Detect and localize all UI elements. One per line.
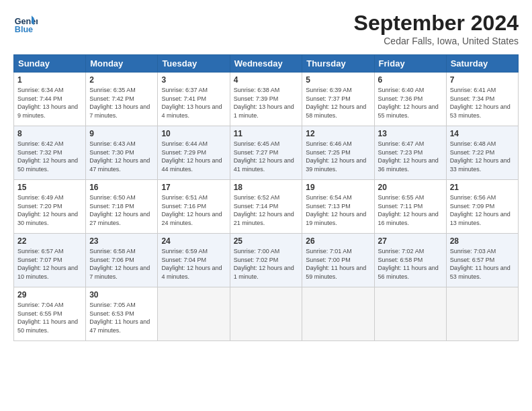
calendar-day: 18 Sunrise: 6:52 AMSunset: 7:14 PMDaylig… <box>230 180 302 234</box>
day-info: Sunrise: 7:03 AMSunset: 6:57 PMDaylight:… <box>450 247 515 281</box>
day-info: Sunrise: 7:01 AMSunset: 7:00 PMDaylight:… <box>306 247 370 281</box>
day-info: Sunrise: 6:48 AMSunset: 7:22 PMDaylight:… <box>450 140 515 173</box>
calendar-day <box>158 287 230 341</box>
day-info: Sunrise: 7:02 AMSunset: 6:58 PMDaylight:… <box>378 247 443 281</box>
day-number: 20 <box>378 183 443 192</box>
day-info: Sunrise: 6:37 AMSunset: 7:41 PMDaylight:… <box>161 86 226 120</box>
day-info: Sunrise: 6:54 AMSunset: 7:13 PMDaylight:… <box>306 193 370 227</box>
day-info: Sunrise: 6:45 AMSunset: 7:27 PMDaylight:… <box>234 140 299 173</box>
day-number: 18 <box>234 183 299 192</box>
day-info: Sunrise: 6:34 AMSunset: 7:44 PMDaylight:… <box>17 86 82 120</box>
day-info: Sunrise: 6:47 AMSunset: 7:23 PMDaylight:… <box>378 140 443 173</box>
weekday-header-sunday: Sunday <box>14 55 86 73</box>
calendar-day: 27 Sunrise: 7:02 AMSunset: 6:58 PMDaylig… <box>374 234 446 287</box>
logo-icon: General Blue <box>13 11 38 35</box>
calendar-day: 9 Sunrise: 6:43 AMSunset: 7:30 PMDayligh… <box>86 126 158 180</box>
day-number: 26 <box>306 236 370 246</box>
svg-text:Blue: Blue <box>15 25 33 34</box>
day-number: 19 <box>306 183 370 192</box>
calendar-day <box>374 287 446 341</box>
day-number: 2 <box>89 75 154 85</box>
day-info: Sunrise: 7:00 AMSunset: 7:02 PMDaylight:… <box>234 247 299 281</box>
day-number: 11 <box>234 129 299 138</box>
calendar-week-1: 1 Sunrise: 6:34 AMSunset: 7:44 PMDayligh… <box>14 73 519 126</box>
weekday-header-thursday: Thursday <box>302 55 374 73</box>
day-info: Sunrise: 6:35 AMSunset: 7:42 PMDaylight:… <box>89 86 154 120</box>
day-number: 28 <box>450 236 515 246</box>
weekday-header-tuesday: Tuesday <box>158 55 230 73</box>
title-block: September 2024 Cedar Falls, Iowa, United… <box>354 11 519 46</box>
day-number: 5 <box>306 75 370 85</box>
location: Cedar Falls, Iowa, United States <box>354 36 519 46</box>
month-title: September 2024 <box>354 11 519 36</box>
day-number: 14 <box>450 129 515 138</box>
day-number: 8 <box>17 129 82 138</box>
calendar-header-row: SundayMondayTuesdayWednesdayThursdayFrid… <box>14 55 519 73</box>
calendar-day: 11 Sunrise: 6:45 AMSunset: 7:27 PMDaylig… <box>230 126 302 180</box>
calendar-day: 24 Sunrise: 6:59 AMSunset: 7:04 PMDaylig… <box>158 234 230 287</box>
day-info: Sunrise: 6:50 AMSunset: 7:18 PMDaylight:… <box>89 193 154 227</box>
day-number: 24 <box>161 236 226 246</box>
day-number: 7 <box>450 75 515 85</box>
calendar-day: 28 Sunrise: 7:03 AMSunset: 6:57 PMDaylig… <box>446 234 518 287</box>
calendar-week-2: 8 Sunrise: 6:42 AMSunset: 7:32 PMDayligh… <box>14 126 519 180</box>
day-number: 10 <box>161 129 226 138</box>
calendar-day: 16 Sunrise: 6:50 AMSunset: 7:18 PMDaylig… <box>86 180 158 234</box>
day-number: 30 <box>89 290 154 300</box>
weekday-header-monday: Monday <box>86 55 158 73</box>
calendar-week-5: 29 Sunrise: 7:04 AMSunset: 6:55 PMDaylig… <box>14 287 519 341</box>
calendar-day: 17 Sunrise: 6:51 AMSunset: 7:16 PMDaylig… <box>158 180 230 234</box>
day-number: 15 <box>17 183 82 192</box>
weekday-header-friday: Friday <box>374 55 446 73</box>
calendar-day: 1 Sunrise: 6:34 AMSunset: 7:44 PMDayligh… <box>14 73 86 126</box>
day-info: Sunrise: 7:05 AMSunset: 6:53 PMDaylight:… <box>89 301 154 334</box>
calendar-day: 25 Sunrise: 7:00 AMSunset: 7:02 PMDaylig… <box>230 234 302 287</box>
calendar-day <box>230 287 302 341</box>
calendar-day <box>446 287 518 341</box>
calendar-day: 10 Sunrise: 6:44 AMSunset: 7:29 PMDaylig… <box>158 126 230 180</box>
calendar-day: 14 Sunrise: 6:48 AMSunset: 7:22 PMDaylig… <box>446 126 518 180</box>
day-info: Sunrise: 6:59 AMSunset: 7:04 PMDaylight:… <box>161 247 226 281</box>
page-header: General Blue September 2024 Cedar Falls,… <box>13 11 519 46</box>
calendar-day: 21 Sunrise: 6:56 AMSunset: 7:09 PMDaylig… <box>446 180 518 234</box>
day-number: 13 <box>378 129 443 138</box>
calendar-day: 7 Sunrise: 6:41 AMSunset: 7:34 PMDayligh… <box>446 73 518 126</box>
day-info: Sunrise: 6:56 AMSunset: 7:09 PMDaylight:… <box>450 193 515 227</box>
day-info: Sunrise: 6:40 AMSunset: 7:36 PMDaylight:… <box>378 86 443 120</box>
day-number: 9 <box>89 129 154 138</box>
day-number: 29 <box>17 290 82 300</box>
day-number: 3 <box>161 75 226 85</box>
calendar-table: SundayMondayTuesdayWednesdayThursdayFrid… <box>13 54 519 341</box>
day-number: 6 <box>378 75 443 85</box>
calendar-day: 19 Sunrise: 6:54 AMSunset: 7:13 PMDaylig… <box>302 180 374 234</box>
weekday-header-wednesday: Wednesday <box>230 55 302 73</box>
day-info: Sunrise: 6:41 AMSunset: 7:34 PMDaylight:… <box>450 86 515 120</box>
day-info: Sunrise: 6:39 AMSunset: 7:37 PMDaylight:… <box>306 86 370 120</box>
day-info: Sunrise: 6:44 AMSunset: 7:29 PMDaylight:… <box>161 140 226 173</box>
calendar-day <box>302 287 374 341</box>
day-info: Sunrise: 6:38 AMSunset: 7:39 PMDaylight:… <box>234 86 299 120</box>
day-info: Sunrise: 7:04 AMSunset: 6:55 PMDaylight:… <box>17 301 82 334</box>
weekday-header-saturday: Saturday <box>446 55 518 73</box>
calendar-day: 30 Sunrise: 7:05 AMSunset: 6:53 PMDaylig… <box>86 287 158 341</box>
day-info: Sunrise: 6:52 AMSunset: 7:14 PMDaylight:… <box>234 193 299 227</box>
calendar-day: 3 Sunrise: 6:37 AMSunset: 7:41 PMDayligh… <box>158 73 230 126</box>
day-number: 22 <box>17 236 82 246</box>
calendar-week-3: 15 Sunrise: 6:49 AMSunset: 7:20 PMDaylig… <box>14 180 519 234</box>
calendar-day: 13 Sunrise: 6:47 AMSunset: 7:23 PMDaylig… <box>374 126 446 180</box>
day-number: 12 <box>306 129 370 138</box>
calendar-week-4: 22 Sunrise: 6:57 AMSunset: 7:07 PMDaylig… <box>14 234 519 287</box>
calendar-day: 8 Sunrise: 6:42 AMSunset: 7:32 PMDayligh… <box>14 126 86 180</box>
day-info: Sunrise: 6:43 AMSunset: 7:30 PMDaylight:… <box>89 140 154 173</box>
calendar-day: 29 Sunrise: 7:04 AMSunset: 6:55 PMDaylig… <box>14 287 86 341</box>
day-number: 17 <box>161 183 226 192</box>
day-number: 21 <box>450 183 515 192</box>
calendar-day: 20 Sunrise: 6:55 AMSunset: 7:11 PMDaylig… <box>374 180 446 234</box>
logo: General Blue <box>13 11 38 35</box>
day-info: Sunrise: 6:49 AMSunset: 7:20 PMDaylight:… <box>17 193 82 227</box>
day-number: 16 <box>89 183 154 192</box>
day-info: Sunrise: 6:51 AMSunset: 7:16 PMDaylight:… <box>161 193 226 227</box>
day-info: Sunrise: 6:46 AMSunset: 7:25 PMDaylight:… <box>306 140 370 173</box>
day-number: 4 <box>234 75 299 85</box>
calendar-day: 2 Sunrise: 6:35 AMSunset: 7:42 PMDayligh… <box>86 73 158 126</box>
